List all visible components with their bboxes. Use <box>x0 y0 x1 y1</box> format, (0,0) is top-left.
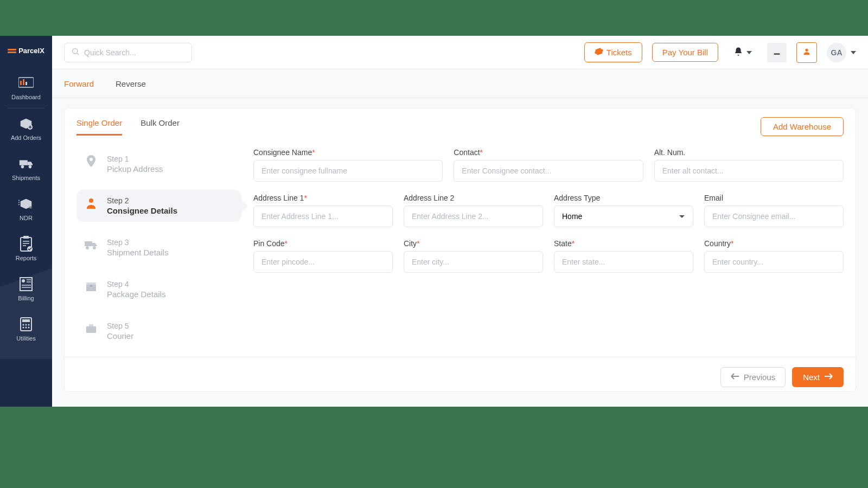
tickets-button[interactable]: Tickets <box>584 42 642 62</box>
step-package-details[interactable]: Step 4Package Details <box>76 273 241 305</box>
user-icon <box>802 47 811 58</box>
sidebar-item-label: NDR <box>20 215 33 221</box>
logo-icon <box>8 49 16 53</box>
consignee-name-label: Consignee Name* <box>253 148 443 157</box>
svg-rect-14 <box>22 319 30 322</box>
addr2-field[interactable] <box>404 206 543 227</box>
page-tabs: Forward Reverse <box>52 69 868 98</box>
city-label: City* <box>404 239 543 248</box>
notifications-button[interactable] <box>728 42 757 63</box>
tab-reverse[interactable]: Reverse <box>116 79 146 88</box>
alt-num-label: Alt. Num. <box>654 148 844 157</box>
svg-rect-3 <box>25 82 27 85</box>
city-field[interactable] <box>404 251 543 273</box>
user-button[interactable] <box>796 42 817 63</box>
avatar: GA <box>827 43 846 62</box>
dashboard-icon <box>18 75 34 91</box>
email-label: Email <box>704 194 844 202</box>
svg-rect-30 <box>86 326 96 333</box>
svg-rect-24 <box>85 241 92 246</box>
tab-forward[interactable]: Forward <box>64 79 94 88</box>
tab-bulk-order[interactable]: Bulk Order <box>141 118 180 136</box>
tab-single-order[interactable]: Single Order <box>76 118 122 136</box>
add-warehouse-button[interactable]: Add Warehouse <box>761 117 844 136</box>
sidebar-item-label: Billing <box>18 295 34 301</box>
sidebar-item-add-orders[interactable]: Add Orders <box>0 108 52 149</box>
addr-type-select[interactable]: Home <box>554 206 693 227</box>
card-wrap: Single Order Bulk Order Add Warehouse St… <box>52 98 868 407</box>
truck-icon <box>84 238 98 252</box>
invoice-icon <box>18 277 34 292</box>
clipboard-check-icon <box>18 236 34 252</box>
card-body: Step 1Pickup Address Step 2Consignee Det… <box>65 136 856 357</box>
account-menu[interactable]: GA <box>827 43 856 62</box>
alt-num-field[interactable] <box>654 160 844 182</box>
consignee-name-field[interactable] <box>253 160 443 182</box>
previous-button[interactable]: Previous <box>720 367 786 387</box>
ticket-icon <box>595 47 603 57</box>
sidebar-item-label: Shipments <box>12 175 40 181</box>
pincode-field[interactable] <box>253 251 393 273</box>
sidebar: ParcelX Dashboard Add Orders Shipments <box>0 36 52 407</box>
svg-point-6 <box>21 165 24 169</box>
svg-rect-29 <box>90 285 92 287</box>
search-icon <box>71 47 80 58</box>
sidebar-item-ndr[interactable]: NDR <box>0 189 52 229</box>
step-pickup-address[interactable]: Step 1Pickup Address <box>76 148 241 180</box>
svg-point-12 <box>22 279 25 282</box>
sidebar-item-reports[interactable]: Reports <box>0 229 52 269</box>
country-field[interactable] <box>704 251 844 273</box>
step-courier[interactable]: Step 5Courier <box>76 315 241 347</box>
truck-icon <box>18 156 34 171</box>
sidebar-item-dashboard[interactable]: Dashboard <box>0 68 52 108</box>
svg-point-20 <box>28 327 30 329</box>
svg-rect-9 <box>23 236 29 239</box>
addr1-field[interactable] <box>253 206 393 227</box>
arrow-left-icon <box>731 373 739 382</box>
svg-point-7 <box>29 165 32 169</box>
briefcase-icon <box>84 322 98 336</box>
step-consignee-details[interactable]: Step 2Consignee Details <box>76 190 241 222</box>
svg-rect-31 <box>89 324 93 326</box>
brand-logo[interactable]: ParcelX <box>8 36 44 68</box>
chevron-down-icon <box>851 51 856 54</box>
svg-point-23 <box>89 198 93 203</box>
sidebar-item-label: Add Orders <box>11 134 41 141</box>
main-content: Tickets Pay Your Bill <box>52 36 868 407</box>
bell-icon <box>733 47 743 59</box>
pay-bill-button[interactable]: Pay Your Bill <box>652 43 718 62</box>
download-icon <box>773 47 781 58</box>
search-input-wrapper[interactable] <box>64 43 192 62</box>
sidebar-item-billing[interactable]: Billing <box>0 269 52 309</box>
order-card: Single Order Bulk Order Add Warehouse St… <box>64 108 856 392</box>
contact-field[interactable] <box>454 160 643 182</box>
stepper: Step 1Pickup Address Step 2Consignee Det… <box>76 148 241 357</box>
svg-point-22 <box>805 48 808 51</box>
sidebar-item-label: Dashboard <box>11 94 41 100</box>
svg-rect-28 <box>86 282 96 285</box>
app-container: ParcelX Dashboard Add Orders Shipments <box>0 36 868 407</box>
svg-point-18 <box>23 327 24 329</box>
search-input[interactable] <box>84 48 185 57</box>
email-field[interactable] <box>704 206 844 227</box>
country-label: Country* <box>704 239 844 248</box>
svg-point-17 <box>28 324 30 326</box>
pincode-label: Pin Code* <box>253 239 393 248</box>
step-shipment-details[interactable]: Step 3Shipment Details <box>76 232 241 264</box>
svg-point-26 <box>93 246 96 249</box>
svg-rect-5 <box>20 160 28 165</box>
sidebar-item-label: Reports <box>16 255 37 261</box>
sidebar-item-shipments[interactable]: Shipments <box>0 149 52 189</box>
person-icon <box>84 196 98 210</box>
package-icon <box>84 280 98 294</box>
sidebar-item-utilities[interactable]: Utilities <box>0 309 52 349</box>
chevron-down-icon <box>679 212 685 221</box>
card-footer: Previous Next <box>65 357 856 399</box>
svg-point-25 <box>86 246 89 249</box>
downloads-button[interactable] <box>767 43 787 62</box>
top-band <box>0 0 868 36</box>
header: Tickets Pay Your Bill <box>52 36 868 69</box>
calculator-icon <box>18 317 34 332</box>
state-field[interactable] <box>554 251 693 273</box>
next-button[interactable]: Next <box>792 367 844 387</box>
